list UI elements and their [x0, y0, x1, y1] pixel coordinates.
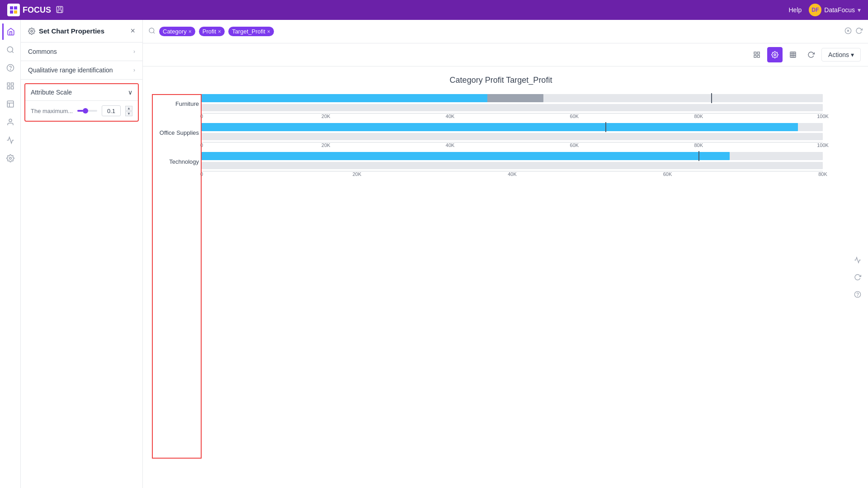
- chart-type-1-button[interactable]: [749, 47, 764, 62]
- svg-rect-12: [7, 101, 14, 107]
- tech-target-line: [698, 151, 699, 161]
- sidebar-item-person[interactable]: [2, 114, 19, 130]
- actions-chevron-icon: ▾: [851, 51, 854, 58]
- max-label: The maximum...: [31, 108, 73, 114]
- bar-chart: Furniture 0 2: [152, 94, 850, 479]
- tag-target-profit-close[interactable]: ×: [267, 28, 270, 35]
- tick-tech-0: 0: [200, 171, 203, 177]
- left-panel: Set Chart Properties × Commons › Qualita…: [21, 20, 143, 488]
- tick-office-0: 0: [200, 142, 203, 148]
- sidebar-item-help[interactable]: [2, 60, 19, 76]
- chart-row-office-supplies: Office Supplies 0: [202, 123, 823, 150]
- tag-category-close[interactable]: ×: [189, 28, 192, 35]
- sidebar-item-table[interactable]: [2, 96, 19, 112]
- topnav-right: Help DF DataFocus ▾: [789, 4, 861, 16]
- office-axis: 0 20K 40K 60K 80K 100K: [202, 142, 823, 150]
- svg-rect-25: [790, 52, 796, 57]
- tech-bg-bottom: [202, 162, 823, 169]
- tick-furniture-20k: 20K: [321, 114, 330, 119]
- svg-point-24: [774, 54, 776, 56]
- svg-rect-11: [7, 87, 9, 89]
- app-logo: FOCUS: [7, 4, 51, 16]
- attribute-scale-header[interactable]: Attribute Scale ∨: [25, 84, 138, 101]
- tick-furniture-60k: 60K: [570, 114, 579, 119]
- svg-point-15: [31, 30, 33, 32]
- attribute-scale-body: The maximum... 0.1 ▲ ▼: [25, 101, 138, 121]
- furniture-target-line: [711, 93, 712, 103]
- svg-rect-22: [757, 55, 760, 57]
- refresh-chart-button[interactable]: [803, 47, 819, 62]
- attribute-scale-section: Attribute Scale ∨ The maximum... 0.1 ▲ ▼: [24, 83, 139, 122]
- office-bg-bottom: [202, 133, 823, 140]
- search-refresh-button[interactable]: [855, 27, 863, 36]
- office-target-line: [605, 122, 606, 132]
- tick-office-100k: 100K: [817, 142, 829, 148]
- close-panel-button[interactable]: ×: [130, 26, 135, 36]
- commons-label: Commons: [28, 48, 57, 55]
- chart-settings-button[interactable]: [767, 47, 783, 62]
- help-side-button[interactable]: [851, 288, 864, 301]
- svg-point-5: [7, 47, 13, 52]
- topnav: FOCUS Help DF DataFocus ▾: [0, 0, 868, 20]
- tick-furniture-80k: 80K: [694, 114, 703, 119]
- slider-fill: [77, 110, 83, 112]
- search-icon: [148, 27, 156, 36]
- sidebar-item-home[interactable]: [2, 24, 19, 40]
- tick-tech-80k: 80K: [818, 171, 827, 177]
- svg-rect-3: [14, 10, 17, 14]
- office-label: Office Supplies: [153, 129, 199, 136]
- tag-profit-label: Profit: [203, 28, 216, 35]
- svg-point-13: [9, 119, 12, 122]
- stepper-down-button[interactable]: ▼: [125, 111, 132, 116]
- slider-track[interactable]: [77, 110, 97, 112]
- tick-tech-40k: 40K: [508, 171, 517, 177]
- chart-toolbar: Actions ▾: [143, 43, 868, 66]
- svg-rect-8: [7, 83, 9, 85]
- user-chevron-icon: ▾: [858, 6, 861, 14]
- tick-furniture-100k: 100K: [817, 114, 829, 119]
- slider-thumb[interactable]: [83, 108, 88, 114]
- actions-label: Actions: [828, 51, 849, 58]
- chart-line-icon-button[interactable]: [851, 253, 864, 267]
- svg-rect-0: [10, 6, 13, 9]
- panel-section-qualitative[interactable]: Qualitative range identification ›: [21, 61, 142, 80]
- save-button[interactable]: [56, 5, 64, 15]
- panel-title: Set Chart Properties: [39, 27, 104, 35]
- sidebar-item-search[interactable]: [2, 42, 19, 58]
- help-button[interactable]: Help: [789, 6, 802, 14]
- user-name: DataFocus: [824, 6, 855, 14]
- tag-profit-close[interactable]: ×: [218, 28, 221, 35]
- avatar: DF: [809, 4, 821, 16]
- chevron-right-icon-2: ›: [133, 67, 135, 73]
- svg-rect-23: [754, 55, 756, 57]
- max-value-input[interactable]: 0.1: [102, 105, 121, 116]
- table-view-button[interactable]: [785, 47, 801, 62]
- actions-button[interactable]: Actions ▾: [821, 48, 861, 62]
- tick-furniture-0: 0: [200, 114, 203, 119]
- sidebar-item-settings[interactable]: [2, 150, 19, 166]
- tick-office-60k: 60K: [570, 142, 579, 148]
- svg-rect-10: [11, 87, 13, 89]
- svg-point-16: [149, 28, 154, 33]
- refresh-side-button[interactable]: [851, 270, 864, 284]
- svg-rect-9: [11, 83, 13, 85]
- furniture-blue-bar: [202, 94, 487, 102]
- tag-category: Category ×: [159, 27, 195, 36]
- sidebar-icons: [0, 20, 21, 488]
- chevron-down-icon: ∨: [128, 89, 132, 96]
- right-side-icons: [851, 253, 864, 301]
- panel-section-commons[interactable]: Commons ›: [21, 43, 142, 61]
- chart-row-technology: Technology 0: [202, 152, 823, 179]
- search-clear-button[interactable]: [844, 27, 852, 36]
- furniture-label: Furniture: [153, 100, 199, 107]
- category-labels-box: [152, 94, 202, 459]
- sidebar-item-pulse[interactable]: [2, 132, 19, 148]
- svg-rect-21: [757, 52, 760, 54]
- user-info: DF DataFocus ▾: [809, 4, 861, 16]
- tag-target-profit: Target_Profit ×: [228, 27, 274, 36]
- office-blue-bar: [202, 123, 798, 131]
- chevron-right-icon: ›: [133, 48, 135, 55]
- stepper-up-button[interactable]: ▲: [125, 106, 132, 111]
- tick-furniture-40k: 40K: [446, 114, 455, 119]
- sidebar-item-chart[interactable]: [2, 78, 19, 94]
